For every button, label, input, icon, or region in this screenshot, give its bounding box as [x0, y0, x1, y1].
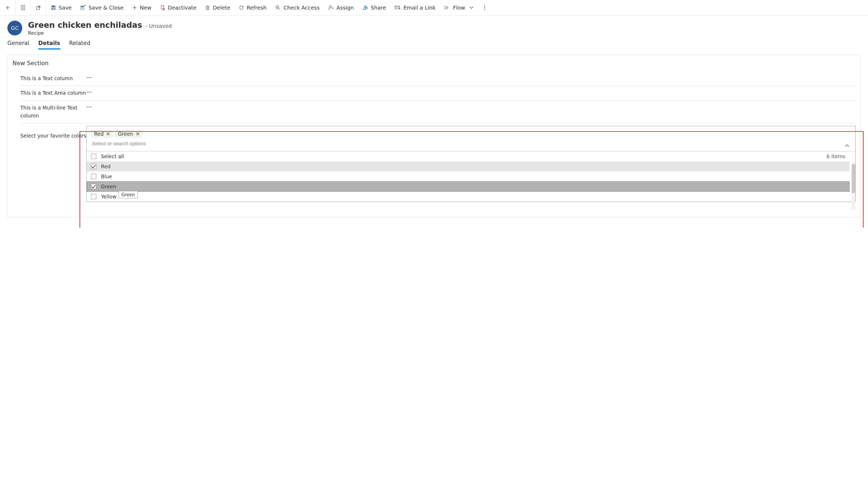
- svg-rect-15: [395, 6, 399, 9]
- field-textarea-column[interactable]: This is a Text Area column ---: [20, 86, 856, 100]
- multiselect-colors: Red Green: [87, 126, 856, 202]
- multiselect-search-input[interactable]: [91, 141, 841, 147]
- save-close-icon: [80, 5, 86, 10]
- email-link-button[interactable]: Email a Link: [395, 4, 435, 11]
- flow-label: Flow: [453, 4, 465, 11]
- form-tabs: General Details Related: [0, 37, 868, 49]
- dropdown-scrollbar[interactable]: [851, 162, 855, 210]
- option-label: Yellow: [101, 193, 117, 200]
- document-icon: [20, 5, 26, 10]
- trash-icon: [205, 5, 210, 10]
- new-button[interactable]: New: [132, 4, 152, 11]
- multiselect-count: 6 items: [827, 153, 845, 159]
- share-label: Share: [371, 4, 386, 11]
- pill-remove-icon[interactable]: [106, 132, 110, 136]
- scrollbar-thumb[interactable]: [851, 164, 855, 193]
- save-close-label: Save & Close: [89, 4, 123, 11]
- avatar-initials: GC: [11, 25, 19, 31]
- svg-point-18: [484, 9, 485, 10]
- popout-icon: [35, 5, 41, 10]
- popout-button[interactable]: [31, 0, 46, 16]
- checkbox-select-all[interactable]: [91, 154, 96, 159]
- refresh-icon: [239, 5, 244, 10]
- deactivate-label: Deactivate: [168, 4, 197, 11]
- multiselect-collapse-button[interactable]: [843, 142, 851, 150]
- svg-point-13: [276, 6, 279, 9]
- save-label: Save: [59, 4, 72, 11]
- multiselect-dropdown: Select all 6 items Red Blue Green: [87, 151, 855, 202]
- svg-rect-12: [206, 7, 209, 10]
- field-text-column[interactable]: This is a Text column ---: [20, 71, 856, 86]
- refresh-button[interactable]: Refresh: [239, 4, 267, 11]
- select-all-label: Select all: [101, 153, 124, 159]
- assign-label: Assign: [337, 4, 354, 11]
- multiselect-selected-pills: Red Green: [87, 126, 855, 141]
- record-state: - Unsaved: [146, 23, 172, 29]
- field-label: This is a Text column: [20, 74, 87, 82]
- pill-remove-icon[interactable]: [136, 132, 140, 136]
- assign-icon: [328, 5, 334, 10]
- assign-button[interactable]: Assign: [328, 4, 354, 11]
- multiselect-option[interactable]: Green: [87, 181, 849, 191]
- checkbox-option[interactable]: [91, 184, 96, 189]
- field-multiselect-colors: Select your favorite colors Red Green: [20, 123, 856, 205]
- save-button[interactable]: Save: [51, 4, 72, 11]
- email-link-label: Email a Link: [403, 4, 435, 11]
- tab-general[interactable]: General: [7, 40, 29, 49]
- field-value: ---: [87, 89, 92, 95]
- section-title: New Section: [12, 60, 856, 66]
- share-icon: [362, 5, 368, 10]
- save-icon: [51, 5, 56, 10]
- field-label: This is a Multi-line Text column: [20, 104, 87, 120]
- task-pane-button[interactable]: [16, 0, 31, 16]
- record-header: GC Green chicken enchiladas - Unsaved Re…: [0, 16, 868, 37]
- pill-green[interactable]: Green: [115, 130, 142, 138]
- svg-rect-6: [53, 6, 55, 7]
- command-bar: Save Save & Close New Deactivate Delete: [0, 0, 868, 16]
- field-multiline-column[interactable]: This is a Multi-line Text column ---: [20, 100, 856, 123]
- svg-rect-7: [52, 8, 55, 9]
- back-button[interactable]: [0, 0, 16, 16]
- option-label: Green: [101, 184, 116, 189]
- delete-label: Delete: [213, 4, 230, 11]
- refresh-label: Refresh: [247, 4, 267, 11]
- multiselect-search[interactable]: [87, 141, 855, 151]
- field-value: ---: [87, 74, 92, 80]
- field-label: This is a Text Area column: [20, 89, 87, 97]
- overflow-button[interactable]: [482, 4, 487, 11]
- deactivate-button[interactable]: Deactivate: [160, 4, 197, 11]
- option-label: Red: [101, 163, 111, 169]
- multiselect-option[interactable]: Blue: [87, 172, 849, 181]
- pill-label: Red: [94, 131, 104, 137]
- check-access-icon: [275, 5, 281, 10]
- save-close-button[interactable]: Save & Close: [80, 4, 123, 11]
- field-label: Select your favorite colors: [20, 126, 87, 140]
- checkbox-option[interactable]: [91, 174, 96, 179]
- option-label: Blue: [101, 174, 112, 179]
- new-label: New: [140, 4, 152, 11]
- flow-button[interactable]: Flow: [444, 4, 473, 11]
- field-value: ---: [87, 104, 92, 110]
- delete-button[interactable]: Delete: [205, 4, 230, 11]
- email-icon: [395, 5, 401, 10]
- checkbox-option[interactable]: [91, 194, 96, 199]
- record-title-block: Green chicken enchiladas - Unsaved Recip…: [28, 20, 172, 36]
- more-vertical-icon: [482, 4, 487, 11]
- record-entity: Recipe: [28, 30, 172, 36]
- section-new-section: New Section This is a Text column --- Th…: [7, 55, 861, 217]
- pill-red[interactable]: Red: [91, 130, 113, 138]
- flow-icon: [444, 5, 450, 10]
- multiselect-option[interactable]: Red: [87, 161, 849, 172]
- pill-label: Green: [118, 131, 133, 137]
- tab-related[interactable]: Related: [69, 40, 90, 49]
- plus-icon: [132, 5, 137, 10]
- multiselect-select-all-row[interactable]: Select all 6 items: [87, 151, 849, 161]
- check-access-button[interactable]: Check Access: [275, 4, 319, 11]
- svg-rect-9: [82, 6, 83, 7]
- share-button[interactable]: Share: [362, 4, 386, 11]
- tab-details[interactable]: Details: [38, 40, 60, 49]
- multiselect-option[interactable]: Yellow Green: [87, 191, 849, 202]
- chevron-up-icon: [845, 144, 849, 148]
- checkbox-option[interactable]: [91, 164, 96, 169]
- deactivate-icon: [160, 5, 165, 10]
